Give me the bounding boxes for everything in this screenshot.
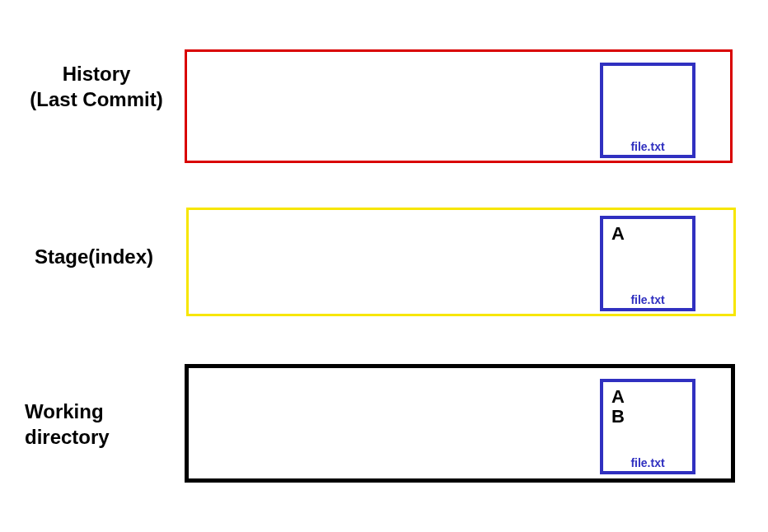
stage-label: Stage(index) xyxy=(12,244,176,269)
working-label-line1: Working xyxy=(25,400,104,422)
working-file-content: A B xyxy=(611,387,625,427)
working-file-name: file.txt xyxy=(603,456,692,469)
working-file-box: A B file.txt xyxy=(600,379,695,474)
history-label-line1: History xyxy=(63,63,131,85)
stage-file-name: file.txt xyxy=(603,293,692,306)
working-file-content-line1: A xyxy=(611,386,625,407)
history-label-line2: (Last Commit) xyxy=(30,88,162,110)
history-file-box: file.txt xyxy=(600,63,695,158)
working-file-content-line2: B xyxy=(611,406,625,427)
history-file-name: file.txt xyxy=(603,140,692,153)
working-label: Working directory xyxy=(25,399,173,450)
working-label-line2: directory xyxy=(25,426,110,448)
stage-file-content: A xyxy=(611,224,625,244)
stage-file-box: A file.txt xyxy=(600,216,695,311)
history-label: History (Last Commit) xyxy=(18,61,175,112)
stage-label-text: Stage(index) xyxy=(35,245,153,268)
